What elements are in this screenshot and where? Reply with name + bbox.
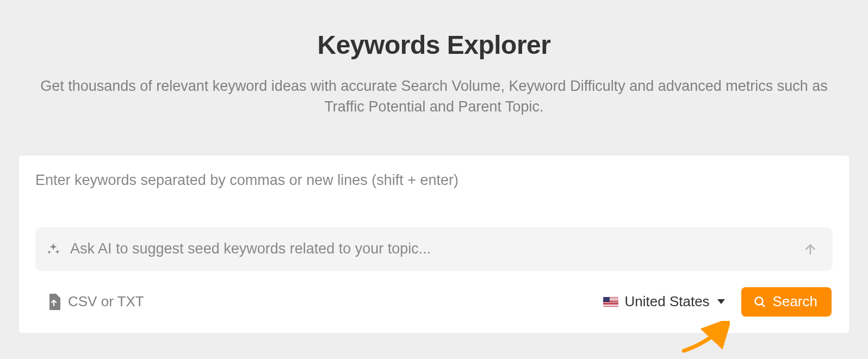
chevron-down-icon [717,299,725,304]
keywords-input[interactable] [35,172,833,221]
search-button[interactable]: Search [741,287,832,317]
file-upload-icon [47,294,60,310]
ai-suggest-row [35,227,833,271]
svg-line-1 [761,304,765,307]
page-container: Keywords Explorer Get thousands of relev… [0,0,868,333]
page-header: Keywords Explorer Get thousands of relev… [0,30,868,117]
country-label: United States [625,293,710,310]
search-button-label: Search [773,293,817,310]
upload-file-button[interactable]: CSV or TXT [47,293,144,310]
card-bottom-row: CSV or TXT United States Search [35,287,833,317]
search-icon [753,295,766,308]
upload-label: CSV or TXT [68,293,144,310]
flag-us-icon [603,297,618,307]
ai-suggest-input[interactable] [70,240,803,257]
search-card: CSV or TXT United States Search [19,156,849,333]
page-subtitle: Get thousands of relevant keyword ideas … [37,76,831,117]
page-title: Keywords Explorer [0,30,868,60]
sparkle-icon [46,242,60,256]
svg-point-0 [755,297,762,305]
arrow-up-icon[interactable] [803,242,817,256]
country-selector[interactable]: United States [603,293,725,310]
